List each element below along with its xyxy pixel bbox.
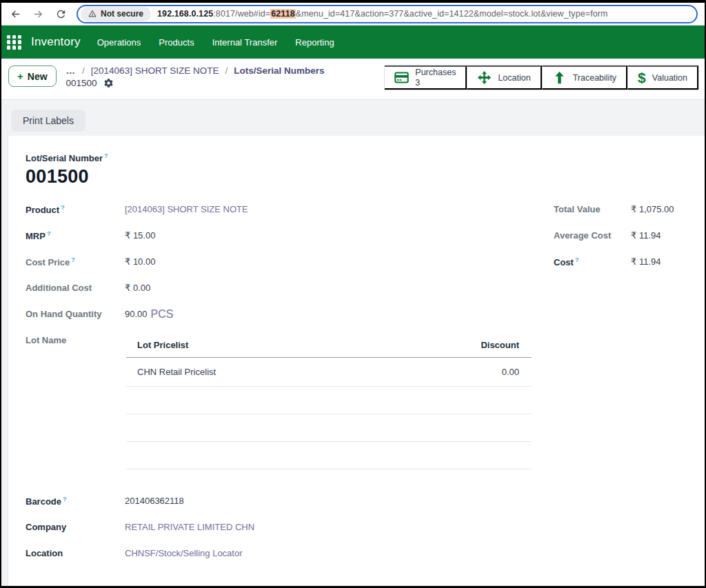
location-label: Location — [26, 547, 125, 558]
reload-icon[interactable] — [54, 7, 68, 21]
back-icon[interactable] — [8, 7, 22, 21]
field-row-product: Product?[2014063] SHORT SIZE NOTE — [26, 203, 554, 230]
url-highlight: 62118 — [270, 9, 296, 19]
address-bar[interactable]: Not secure 192.168.0.125:8017/web#id=621… — [77, 5, 698, 23]
total-value-value[interactable]: ₹ 1,075.00 — [631, 203, 674, 214]
field-row-cost: Cost?₹ 11.94 — [554, 256, 688, 282]
form-sheet: Lot/Serial Number? 001500 Product?[20140… — [8, 136, 705, 586]
on-hand-quantity-value[interactable]: 90.00 — [125, 308, 148, 319]
pricelist-table-header: Lot Pricelist Discount — [126, 334, 532, 358]
lot-name-label: Lot Name — [26, 334, 125, 345]
location-value[interactable]: CHNSF/Stock/Selling Locator — [125, 547, 243, 558]
stat-button-group: Purchases3LocationTraceability$Valuation — [384, 65, 699, 90]
mrp-label: MRP? — [26, 230, 125, 241]
breadcrumb-current: Lots/Serial Numbers — [234, 65, 324, 76]
breadcrumb: … / [2014063] SHORT SIZE NOTE / Lots/Ser… — [66, 65, 325, 88]
field-row-barcode: Barcode?201406362118 — [26, 495, 688, 521]
stat-button-location[interactable]: Location — [467, 65, 541, 90]
plus-icon: + — [17, 70, 23, 82]
help-icon: ? — [104, 152, 108, 159]
not-secure-chip[interactable]: Not secure — [81, 7, 151, 21]
stat-button-valuation[interactable]: $Valuation — [627, 65, 698, 90]
pricelist-table-empty-row — [126, 387, 532, 414]
warning-icon — [88, 10, 97, 18]
field-row-average-cost: Average Cost₹ 11.94 — [554, 230, 688, 256]
total-value-label: Total Value — [554, 203, 631, 214]
additional-cost-value[interactable]: ₹ 0.00 — [125, 282, 150, 293]
on-hand-quantity-uom[interactable]: PCS — [151, 308, 174, 321]
nav-item-reporting[interactable]: Reporting — [295, 37, 334, 48]
help-icon: ? — [71, 256, 75, 263]
product-label: Product? — [26, 203, 125, 215]
field-row-cost-price: Cost Price?₹ 10.00 — [26, 256, 554, 282]
arrow-up-icon — [552, 70, 567, 85]
lot-pricelist-cell[interactable]: CHN Retail Pricelist — [137, 367, 216, 377]
bottom-field-group: Barcode?201406362118CompanyRETAIL PRIVAT… — [26, 495, 688, 574]
move-arrows-icon — [477, 70, 492, 85]
field-row-on-hand-quantity: On Hand Quantity90.00PCS — [26, 308, 554, 334]
app-name[interactable]: Inventory — [31, 35, 81, 49]
forward-icon[interactable] — [31, 7, 45, 21]
nav-item-operations[interactable]: Operations — [97, 37, 141, 48]
pricelist-table-empty-row — [126, 414, 532, 442]
cost-price-label: Cost Price? — [26, 256, 125, 267]
pricelist-table: Lot Pricelist Discount CHN Retail Pricel… — [126, 334, 532, 469]
pricelist-table-body: CHN Retail Pricelist0.00 — [126, 358, 532, 469]
browser-toolbar: Not secure 192.168.0.125:8017/web#id=621… — [1, 3, 705, 26]
help-icon: ? — [63, 496, 67, 503]
help-icon: ? — [47, 230, 51, 237]
company-label: Company — [26, 521, 125, 532]
field-row-location: LocationCHNSF/Stock/Selling Locator — [26, 547, 688, 574]
new-button[interactable]: + New — [8, 65, 57, 87]
company-value[interactable]: RETAIL PRIVATE LIMITED CHN — [125, 521, 254, 532]
discount-column-header: Discount — [481, 340, 519, 350]
cost-value[interactable]: ₹ 11.94 — [631, 256, 660, 267]
stat-button-purchases[interactable]: Purchases3 — [385, 65, 467, 90]
mrp-value[interactable]: ₹ 15.00 — [125, 230, 155, 241]
apps-grid-icon[interactable] — [7, 35, 21, 50]
action-strip: Print Labels — [1, 100, 705, 136]
field-row-company: CompanyRETAIL PRIVATE LIMITED CHN — [26, 521, 688, 547]
additional-cost-label: Additional Cost — [26, 282, 125, 293]
cost-price-value[interactable]: ₹ 10.00 — [125, 256, 155, 267]
breadcrumb-record: 001500 — [66, 78, 97, 88]
odoo-navbar: Inventory OperationsProductsInternal Tra… — [1, 26, 705, 59]
lot-name-row: Lot Name Lot Pricelist Discount CHN Reta… — [26, 334, 688, 469]
lot-serial-number-value[interactable]: 001500 — [26, 166, 688, 187]
average-cost-label: Average Cost — [554, 230, 631, 241]
credit-card-icon — [394, 70, 409, 85]
nav-item-internal-transfer[interactable]: Internal Transfer — [212, 37, 278, 48]
barcode-label: Barcode? — [26, 495, 125, 507]
browser-window: Not secure 192.168.0.125:8017/web#id=621… — [1, 3, 705, 586]
field-row-additional-cost: Additional Cost₹ 0.00 — [26, 282, 554, 308]
pricelist-table-empty-row — [126, 442, 532, 469]
help-icon: ? — [575, 256, 579, 263]
field-row-total-value: Total Value₹ 1,075.00 — [554, 203, 688, 230]
product-value[interactable]: [2014063] SHORT SIZE NOTE — [125, 203, 248, 214]
dollar-icon: $ — [638, 70, 646, 85]
cost-label: Cost? — [554, 256, 631, 267]
control-panel: + New … / [2014063] SHORT SIZE NOTE / Lo… — [1, 59, 705, 100]
discount-cell[interactable]: 0.00 — [502, 367, 519, 377]
print-labels-button[interactable]: Print Labels — [11, 110, 85, 132]
breadcrumb-parent[interactable]: [2014063] SHORT SIZE NOTE — [91, 65, 219, 76]
lot-pricelist-column-header: Lot Pricelist — [137, 340, 188, 350]
lot-serial-number-label: Lot/Serial Number? — [26, 152, 688, 163]
nav-item-products[interactable]: Products — [159, 37, 194, 48]
gear-icon[interactable] — [103, 78, 114, 88]
url-text: 192.168.0.125:8017/web#id=62118&menu_id=… — [157, 9, 608, 19]
stat-count: 3 — [415, 78, 456, 88]
right-field-group: Total Value₹ 1,075.00Average Cost₹ 11.94… — [554, 203, 688, 334]
help-icon: ? — [61, 204, 65, 211]
barcode-value[interactable]: 201406362118 — [125, 495, 184, 506]
field-row-mrp: MRP?₹ 15.00 — [26, 230, 554, 256]
stat-button-traceability[interactable]: Traceability — [542, 65, 627, 90]
average-cost-value[interactable]: ₹ 11.94 — [631, 230, 660, 241]
pricelist-table-row[interactable]: CHN Retail Pricelist0.00 — [126, 358, 532, 387]
left-field-group: Product?[2014063] SHORT SIZE NOTEMRP?₹ 1… — [26, 203, 554, 334]
breadcrumb-ellipsis[interactable]: … — [66, 66, 77, 76]
on-hand-quantity-label: On Hand Quantity — [26, 308, 125, 319]
security-label: Not secure — [101, 9, 143, 19]
content-area: Print Labels Lot/Serial Number? 001500 P… — [1, 100, 705, 586]
navbar-menu: OperationsProductsInternal TransferRepor… — [97, 37, 334, 48]
